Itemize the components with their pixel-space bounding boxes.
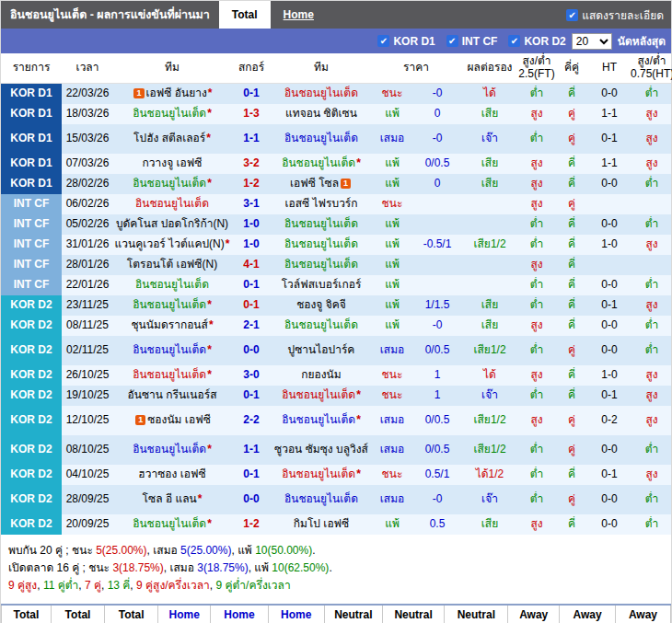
away-team[interactable]: อินชอนยูไนเต็ด (272, 86, 371, 100)
over-under-ht: สูง (631, 106, 672, 121)
match-count-select[interactable]: 20 (572, 33, 612, 50)
home-team[interactable]: อินชอนยูไนเต็ด* (113, 442, 231, 456)
ht-score: 0-2 (588, 412, 631, 427)
league-checkbox-kor-d1[interactable]: ✔ (377, 35, 389, 47)
show-details-checkbox[interactable]: ✔ (566, 9, 578, 21)
home-team[interactable]: อินชอนยูไนเต็ด (113, 196, 231, 211)
handicap-result: เสีย1/2 (461, 237, 518, 251)
home-indicator-star: * (356, 467, 361, 480)
stats-header-row: Total WinTotal DrawTotal LossHome WinHom… (2, 605, 671, 623)
filter-bar: ✔ KOR D1 ✔ INT CF ✔ KOR D2 20 นัดหลังสุด (1, 29, 671, 53)
team-name: อินชอนยูไนเต็ด (284, 217, 358, 230)
home-team[interactable]: อินชอนยูไนเต็ด* (113, 176, 231, 190)
home-team[interactable]: บูดัคโนส ปอดโกริก้า(N) (113, 216, 231, 231)
away-team[interactable]: อินชอนยูไนเต็ด* (272, 412, 371, 427)
league-badge: KOR D2 (1, 295, 62, 316)
home-team[interactable]: อินชอนยูไนเต็ด* (113, 106, 231, 121)
home-team[interactable]: โซล อี แลน* (113, 491, 231, 506)
team-name: อินชอนยูไนเต็ด (282, 156, 355, 169)
home-team[interactable]: 1ซองนัม เอฟซี (113, 412, 231, 427)
away-team[interactable]: อินชอนยูไนเต็ด (272, 257, 371, 271)
home-team[interactable]: อันซาน กรีนเนอร์ส (113, 387, 231, 402)
home-indicator-star: * (208, 87, 213, 99)
league-checkbox-int-cf[interactable]: ✔ (446, 35, 458, 47)
match-score: 3-0 (231, 367, 272, 382)
home-team[interactable]: แวนคูเวอร์ ไวต์แคป(N)* (113, 237, 231, 251)
away-team[interactable]: อินชอนยูไนเต็ด (272, 237, 371, 251)
away-team[interactable]: ซูวอน ซัมซุง บลูวิงส์ (272, 442, 371, 456)
tab-total[interactable]: Total (219, 1, 271, 29)
away-team[interactable]: กิมโป เอฟซี (272, 516, 371, 531)
over-under-ht: ต่ำ (631, 216, 672, 231)
handicap-line (413, 224, 461, 225)
away-team[interactable]: อินชอนยูไนเต็ด (272, 317, 371, 332)
summary-segment: เปิดตลาด 16 คู่ ; ชนะ (8, 561, 112, 574)
home-team[interactable]: อินชอนยูไนเต็ด* (113, 297, 231, 312)
away-team[interactable]: อินชอนยูไนเต็ด (272, 131, 371, 145)
table-row: KOR D223/11/25อินชอนยูไนเต็ด*0-1ชองจู จิ… (1, 295, 671, 316)
home-team[interactable]: ฮวาซอง เอฟซี (113, 467, 231, 481)
tab-home[interactable]: Home (271, 1, 327, 29)
away-team[interactable]: เอสซี ไฟรบวร์ก (272, 196, 371, 211)
match-score: 0-1 (231, 86, 272, 100)
bet-result: แพ้ (371, 317, 413, 332)
ht-score: 0-1 (588, 387, 631, 402)
league-badge: KOR D1 (1, 84, 62, 104)
odd-even: คี่ (555, 216, 588, 231)
handicap-result: เสีย (461, 317, 518, 332)
home-indicator-star: * (207, 443, 212, 456)
summary-segment: พบกัน 20 คู่ ; ชนะ (8, 544, 96, 557)
home-team[interactable]: โปฮัง สตีลเลอร์* (113, 131, 231, 145)
home-team[interactable]: ชุนนัมดรากอนส์* (113, 317, 231, 332)
away-team[interactable]: ปูซานไอปาร์ค (272, 342, 371, 357)
table-row: KOR D118/03/26อินชอนยูไนเต็ด*1-3แทจอน ซิ… (1, 104, 671, 124)
handicap-line: 0 (413, 106, 461, 121)
summary-segment: 3(18.75%) (197, 561, 248, 574)
home-team[interactable]: กวางจู เอฟซี (113, 156, 231, 170)
stats-header-cell: Neutral Draw (382, 605, 445, 623)
over-under-ft: สูง (518, 156, 555, 170)
handicap-result: เจ๊า (461, 131, 518, 145)
odd-even: คี่ (555, 237, 588, 251)
home-indicator-star: * (356, 156, 361, 169)
summary-segment: . (329, 561, 331, 574)
home-team[interactable]: 1เอฟซี อันยาง* (113, 86, 231, 100)
over-under-ft: สูง (518, 317, 555, 332)
away-team[interactable]: โวล์ฟสเบอร์เกอร์ (272, 277, 371, 292)
over-under-ht: สูง (631, 131, 672, 145)
table-row: KOR D212/10/251ซองนัม เอฟซี2-2อินชอนยูไน… (1, 406, 671, 435)
away-team[interactable]: อินชอนยูไนเต็ด (272, 216, 371, 231)
over-under-ft: สูง (518, 412, 555, 427)
bet-result: ชนะ (371, 467, 413, 481)
away-team[interactable]: อินชอนยูไนเต็ด* (272, 387, 371, 402)
home-team[interactable]: อินชอนยูไนเต็ด* (113, 342, 231, 357)
over-under-ft: ต่ำ (518, 131, 555, 145)
away-team[interactable]: อินชอนยูไนเต็ด* (272, 156, 371, 170)
away-team[interactable]: อินชอนยูไนเต็ด (272, 491, 371, 506)
away-team[interactable]: แทจอน ซิติเซน (272, 106, 371, 121)
league-checkbox-kor-d2[interactable]: ✔ (508, 35, 520, 47)
handicap-line: -0.5/1 (413, 237, 461, 251)
home-team[interactable]: โตรอนโต้ เอฟซี(N) (113, 257, 231, 271)
team-name: กวางจู เอฟซี (143, 156, 203, 169)
ht-score: 0-0 (588, 491, 631, 506)
home-team[interactable]: อินชอนยูไนเต็ด* (113, 516, 231, 531)
away-team[interactable]: กยองนัม (272, 367, 371, 382)
red-card-badge: 1 (133, 88, 144, 98)
match-date: 20/09/25 (62, 516, 113, 531)
team-name: อินชอนยูไนเต็ด (284, 492, 358, 505)
match-score: 0-1 (231, 387, 272, 402)
away-team[interactable]: เอฟซี โซล1 (272, 176, 371, 190)
league-badge: INT CF (1, 275, 62, 295)
home-team[interactable]: อินชอนยูไนเต็ด* (113, 367, 231, 382)
home-team[interactable]: อินชอนยูไนเต็ด (113, 277, 231, 292)
over-under-ft: ต่ำ (518, 237, 555, 251)
home-indicator-star: * (356, 413, 361, 426)
summary-segment: , (78, 579, 85, 592)
away-team[interactable]: อินชอนยูไนเต็ด* (272, 467, 371, 481)
team-name: ซองนัม เอฟซี (147, 413, 211, 426)
away-team[interactable]: ชองจู จิคจี (272, 297, 371, 312)
league-badge: KOR D2 (1, 386, 62, 406)
col-header-time: เวลา (62, 60, 113, 76)
team-name: อินชอนยูไนเต็ด (282, 413, 355, 426)
